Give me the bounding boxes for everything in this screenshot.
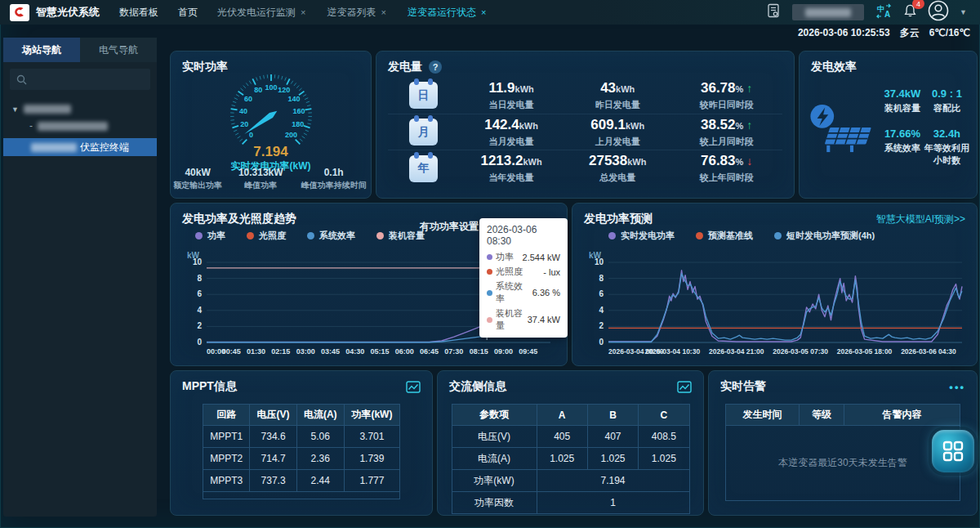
- sidebar-tab-station-nav[interactable]: 场站导航: [3, 38, 80, 62]
- tab-close-icon[interactable]: ×: [481, 7, 486, 17]
- blurred-node-label: [31, 143, 77, 152]
- trend-down-icon: ↓: [746, 154, 752, 168]
- panel-ac-side: 交流侧信息 参数项A BC 电压(V)405407408.5 电流(A)1.02…: [437, 370, 704, 516]
- table-empty-row: 本逆变器最近30天未发生告警: [726, 426, 960, 501]
- legend-item-baseline[interactable]: 预测基准线: [696, 230, 753, 242]
- legend-item-efficiency[interactable]: 系统效率: [307, 230, 355, 242]
- notifications-bell-icon[interactable]: 4: [903, 3, 917, 21]
- tree-expand-icon[interactable]: ▼: [11, 105, 19, 114]
- tab-close-icon[interactable]: ×: [301, 7, 305, 17]
- tree-node-root[interactable]: ▼: [10, 101, 150, 117]
- panel-power-forecast: 发电功率预测 智慧大模型AI预测>> 实时发电功率 预测基准线 短时发电功率预测…: [572, 203, 978, 366]
- legend-item-realtime-power[interactable]: 实时发电功率: [608, 230, 675, 242]
- table-row: MPPT3737.32.441.777: [203, 470, 400, 492]
- panel-title: 发电功率及光照度趋势: [182, 212, 296, 226]
- nav-menu-dashboard[interactable]: 数据看板: [119, 6, 158, 20]
- ac-table: 参数项A BC 电压(V)405407408.5 电流(A)1.0251.025…: [452, 404, 690, 514]
- tooltip-dot: [487, 317, 492, 323]
- svg-text:180: 180: [292, 120, 304, 128]
- station-tree: ▼ - 伏监控终端: [3, 96, 157, 161]
- svg-text:2026-03-04 10:30: 2026-03-04 10:30: [645, 347, 701, 356]
- nav-tab-inverter-status[interactable]: 逆变器运行状态×: [408, 6, 486, 20]
- legend-dot: [307, 232, 314, 239]
- translate-icon[interactable]: 中A: [875, 3, 893, 22]
- svg-text:2: 2: [197, 321, 202, 330]
- energy-row-month: 月 142.4kWh当月发电量 609.1kWh上月发电量 38.52%↑较上月…: [388, 114, 782, 151]
- help-icon[interactable]: ?: [429, 60, 442, 74]
- line-chart-icon[interactable]: [677, 381, 692, 393]
- nav-tab-pv-monitor[interactable]: 光伏发电运行监测×: [217, 6, 305, 20]
- gauge-stats: 40kW额定输出功率 10.313kW峰值功率 0.1h峰值功率持续时间: [171, 167, 371, 191]
- trend-up-icon: ↑: [746, 82, 752, 95]
- user-menu-caret-icon[interactable]: ▼: [960, 8, 967, 16]
- panel-title: 发电效率: [811, 60, 857, 74]
- document-icon[interactable]: [766, 3, 782, 21]
- solar-panel-icon: [808, 97, 875, 158]
- legend-item-irradiance[interactable]: 光照度: [247, 230, 286, 242]
- legend-dot: [774, 232, 782, 239]
- svg-text:10: 10: [193, 257, 203, 266]
- blurred-text: [805, 8, 851, 17]
- svg-text:0: 0: [249, 131, 253, 139]
- forecast-legend: 实时发电功率 预测基准线 短时发电功率预测(4h): [608, 230, 875, 242]
- legend-item-power[interactable]: 功率: [195, 230, 225, 242]
- panel-title: 交流侧信息: [449, 379, 506, 394]
- stat-system-efficiency: 17.66%系统效率: [881, 128, 924, 167]
- legend-dot: [247, 232, 254, 239]
- calendar-year-icon: 年: [409, 155, 438, 182]
- svg-text:A: A: [884, 10, 890, 19]
- svg-text:10: 10: [595, 257, 604, 266]
- sidebar: 场站导航 电气导航 ▼ - 伏监控终端: [3, 38, 157, 517]
- calendar-day-icon: 日: [409, 82, 438, 109]
- svg-text:06:00: 06:00: [395, 347, 414, 356]
- nav-tab-inverter-list[interactable]: 逆变器列表×: [327, 6, 385, 20]
- svg-text:6: 6: [197, 289, 202, 298]
- svg-text:2: 2: [599, 321, 604, 330]
- svg-text:140: 140: [287, 95, 300, 103]
- svg-text:2026-03-06 04:30: 2026-03-06 04:30: [901, 347, 956, 356]
- table-row: 电流(A)1.0251.0251.025: [452, 448, 689, 470]
- panel-title: MPPT信息: [182, 379, 237, 394]
- tooltip-title: 2026-03-06 08:30: [487, 224, 560, 247]
- svg-text:4: 4: [599, 306, 604, 315]
- panel-mppt: MPPT信息 回路电压(V) 电流(A)功率(kW) MPPT1734.65.0…: [170, 370, 433, 516]
- svg-text:120: 120: [278, 86, 290, 94]
- ai-forecast-link[interactable]: 智慧大模型AI预测>>: [876, 213, 965, 226]
- svg-text:8: 8: [197, 274, 202, 283]
- tooltip-dot: [487, 290, 492, 296]
- blurred-node-label: [38, 122, 108, 131]
- svg-text:2026-03-05 18:00: 2026-03-05 18:00: [837, 347, 893, 356]
- alarm-table: 发生时间 等级 告警内容 本逆变器最近30天未发生告警: [725, 404, 960, 501]
- panel-title: 发电功率预测: [584, 212, 653, 226]
- line-chart-icon[interactable]: [406, 381, 421, 393]
- svg-text:05:15: 05:15: [370, 347, 389, 356]
- nav-menu-home[interactable]: 首页: [178, 6, 198, 20]
- tab-close-icon[interactable]: ×: [381, 7, 385, 17]
- quick-menu-button[interactable]: [932, 430, 974, 472]
- svg-text:00:45: 00:45: [222, 347, 241, 356]
- tree-node-selected[interactable]: 伏监控终端: [3, 138, 157, 156]
- more-options-icon[interactable]: •••: [949, 381, 965, 393]
- active-power-setting-button[interactable]: 有功功率设置: [420, 220, 479, 234]
- svg-text:07:30: 07:30: [444, 347, 463, 356]
- legend-item-short-forecast[interactable]: 短时发电功率预测(4h): [774, 230, 875, 242]
- svg-text:0: 0: [599, 338, 604, 347]
- svg-text:200: 200: [285, 131, 297, 139]
- avatar[interactable]: [928, 0, 949, 25]
- search-input[interactable]: [792, 4, 864, 20]
- svg-text:02:15: 02:15: [271, 347, 290, 356]
- legend-item-capacity[interactable]: 装机容量: [376, 230, 425, 242]
- table-header-row: 发生时间 等级 告警内容: [726, 405, 960, 426]
- no-alarm-message: 本逆变器最近30天未发生告警: [778, 457, 906, 468]
- sidebar-tab-electric-nav[interactable]: 电气导航: [80, 38, 157, 62]
- stat-rated-power: 40kW额定输出功率: [171, 167, 225, 191]
- grid-icon: [942, 440, 964, 463]
- svg-text:中: 中: [877, 5, 884, 13]
- brand-logo-icon: [10, 4, 29, 21]
- svg-text:8: 8: [599, 274, 604, 283]
- svg-text:09:45: 09:45: [519, 347, 537, 356]
- sidebar-search-input[interactable]: [10, 69, 150, 90]
- tree-node-child[interactable]: -: [10, 117, 150, 136]
- table-row: 电压(V)405407408.5: [452, 426, 689, 448]
- svg-text:20: 20: [240, 120, 248, 128]
